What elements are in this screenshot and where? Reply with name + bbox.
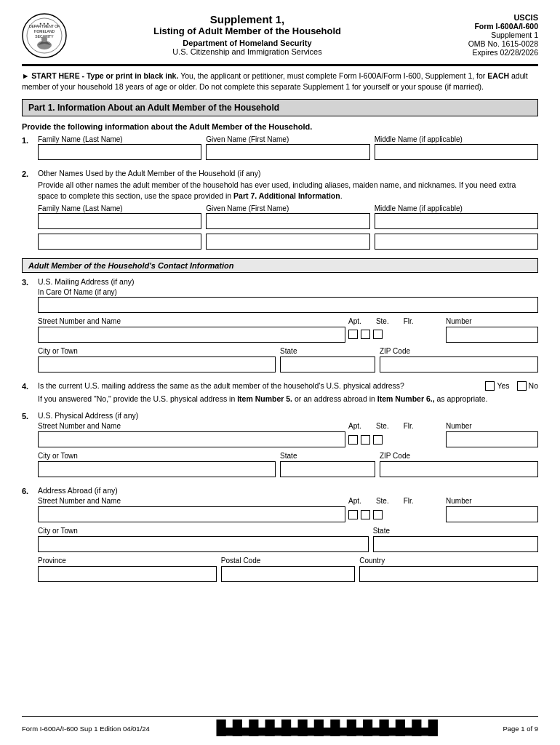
no-label: No xyxy=(529,381,538,390)
ste-checkbox-5[interactable] xyxy=(361,435,370,445)
province-input[interactable] xyxy=(38,566,217,582)
flr-checkbox-6[interactable] xyxy=(373,510,383,519)
item-4-content: Is the current U.S. mailing address the … xyxy=(38,381,538,407)
zip-input-5[interactable] xyxy=(380,461,538,477)
yes-item: Yes xyxy=(485,381,509,391)
uscis-label: USCIS xyxy=(422,13,538,22)
province-postal-country-labels: Province Postal Code Country xyxy=(38,557,538,565)
apt-checkbox-5[interactable] xyxy=(348,435,358,445)
yes-checkbox[interactable] xyxy=(485,381,495,391)
given-name-col-1: Given Name (First Name) xyxy=(206,135,369,160)
item-6-content: Address Abroad (if any) Street Number an… xyxy=(38,486,538,586)
number-label-3: Number xyxy=(446,317,538,325)
family-name-input-2a[interactable] xyxy=(38,213,201,229)
state-input-6[interactable] xyxy=(373,536,538,552)
state-input-3[interactable] xyxy=(280,356,375,372)
street-apt-labels-6: Street Number and Name Apt. Ste. Flr. Nu… xyxy=(38,497,538,505)
city-col-6 xyxy=(38,536,369,552)
agency-name: Department of Homeland Security xyxy=(73,39,422,47)
city-state-zip-inputs-3 xyxy=(38,356,538,372)
given-name-input-2a[interactable] xyxy=(206,213,369,229)
item-1-content: Family Name (Last Name) Given Name (Firs… xyxy=(38,135,538,164)
street-input-6[interactable] xyxy=(38,506,345,522)
page: DEPARTMENT OF HOMELAND SECURITY ★ ★ ★ Su… xyxy=(0,0,560,745)
item-2-row2 xyxy=(38,234,538,250)
barcode-icon: █▄█▄█▄█▄█▄█▄█▄█▄█▄█▄█▄█▄█▄█ xyxy=(216,720,436,738)
item-6-num: 6. xyxy=(22,486,38,586)
middle-name-input-1[interactable] xyxy=(375,144,538,160)
middle-name-col-1: Middle Name (if applicable) xyxy=(375,135,538,160)
number-input-col-3 xyxy=(446,327,538,343)
no-checkbox[interactable] xyxy=(517,381,527,391)
street-input-5[interactable] xyxy=(38,431,345,447)
family-name-label-1: Family Name (Last Name) xyxy=(38,135,201,143)
city-input-3[interactable] xyxy=(38,356,276,372)
item-2-label: Other Names Used by the Adult Member of … xyxy=(38,169,538,178)
ste-checkbox-3[interactable] xyxy=(361,330,370,339)
footer-page: Page 1 of 9 xyxy=(503,725,538,733)
postal-input[interactable] xyxy=(221,566,355,582)
zip-input-3[interactable] xyxy=(380,356,538,372)
item-5-label: U.S. Physical Address (if any) xyxy=(38,411,538,420)
middle-name-input-2a[interactable] xyxy=(375,213,538,229)
number-input-6[interactable] xyxy=(446,506,538,522)
yes-label: Yes xyxy=(497,381,509,390)
state-input-5[interactable] xyxy=(280,461,375,477)
city-input-5[interactable] xyxy=(38,461,276,477)
header-divider xyxy=(22,64,538,66)
street-apt-labels-5: Street Number and Name Apt. Ste. Flr. Nu… xyxy=(38,422,538,430)
street-label-6: Street Number and Name xyxy=(38,497,345,505)
family-name-input-1[interactable] xyxy=(38,144,201,160)
given-name-input-1[interactable] xyxy=(206,144,369,160)
country-input[interactable] xyxy=(359,566,538,582)
flr-checkbox-3[interactable] xyxy=(373,330,383,339)
country-label: Country xyxy=(359,557,538,565)
apt-ste-flr-labels: Apt. Ste. Flr. xyxy=(348,317,443,325)
arrow-icon: ► xyxy=(22,71,29,80)
bottom-spacer xyxy=(22,591,538,649)
apt-ste-flr-labels-6: Apt. Ste. Flr. xyxy=(348,497,443,505)
number-input-5[interactable] xyxy=(446,431,538,447)
postal-label: Postal Code xyxy=(221,557,355,565)
street-input-col-6 xyxy=(38,506,345,522)
street-input-3[interactable] xyxy=(38,327,345,343)
contact-heading: Adult Member of the Household's Contact … xyxy=(22,258,538,273)
item-4-row: 4. Is the current U.S. mailing address t… xyxy=(22,381,538,407)
care-of-input[interactable] xyxy=(38,297,538,313)
item6-ref: Item Number 6., xyxy=(377,394,435,403)
flr-checkbox-5[interactable] xyxy=(373,435,383,445)
number-input-3[interactable] xyxy=(446,327,538,343)
title-sub: Listing of Adult Member of the Household xyxy=(73,25,422,36)
supplement-label: Supplement 1 xyxy=(422,31,538,39)
agency-sub: U.S. Citizenship and Immigration Service… xyxy=(73,47,422,56)
start-here-bold: START HERE - Type or print in black ink. xyxy=(31,71,178,80)
instruction-text-1: You, the applicant or petitioner, must c… xyxy=(180,71,487,80)
city-state-zip-labels-3: City or Town State ZIP Code xyxy=(38,347,538,355)
title-main: Supplement 1, xyxy=(73,13,422,25)
family-name-input-2b[interactable] xyxy=(38,234,201,250)
province-col xyxy=(38,566,217,582)
family-name-label-2a: Family Name (Last Name) xyxy=(38,204,201,212)
item-5-content: U.S. Physical Address (if any) Street Nu… xyxy=(38,411,538,482)
logo-area: DEPARTMENT OF HOMELAND SECURITY ★ ★ ★ xyxy=(22,13,73,60)
given-name-input-2b[interactable] xyxy=(206,234,369,250)
ste-checkbox-6[interactable] xyxy=(361,510,370,519)
city-col-5 xyxy=(38,461,276,477)
state-label-3: State xyxy=(280,347,375,355)
zip-label-5: ZIP Code xyxy=(380,452,538,460)
footer-left-text: Form I-600A/I-600 Sup 1 Edition 04/01/24 xyxy=(22,725,150,733)
apt-checkbox-3[interactable] xyxy=(348,330,358,339)
city-input-6[interactable] xyxy=(38,536,369,552)
street-apt-labels: Street Number and Name Apt. Ste. Flr. Nu… xyxy=(38,317,538,325)
item-5-row: 5. U.S. Physical Address (if any) Street… xyxy=(22,411,538,482)
item-2-num: 2. xyxy=(22,169,38,253)
part7-bold: Part 7. Additional Information xyxy=(233,191,340,200)
middle-name-input-2b[interactable] xyxy=(375,234,538,250)
province-postal-country-inputs xyxy=(38,566,538,582)
apt-ste-flr-labels-5: Apt. Ste. Flr. xyxy=(348,422,443,430)
state-label-5: State xyxy=(280,452,375,460)
given-name-col-2a: Given Name (First Name) xyxy=(206,204,369,229)
apt-checkbox-6[interactable] xyxy=(348,510,358,519)
item-2-row: 2. Other Names Used by the Adult Member … xyxy=(22,169,538,253)
item-4-note: If you answered "No," provide the U.S. p… xyxy=(38,394,538,405)
